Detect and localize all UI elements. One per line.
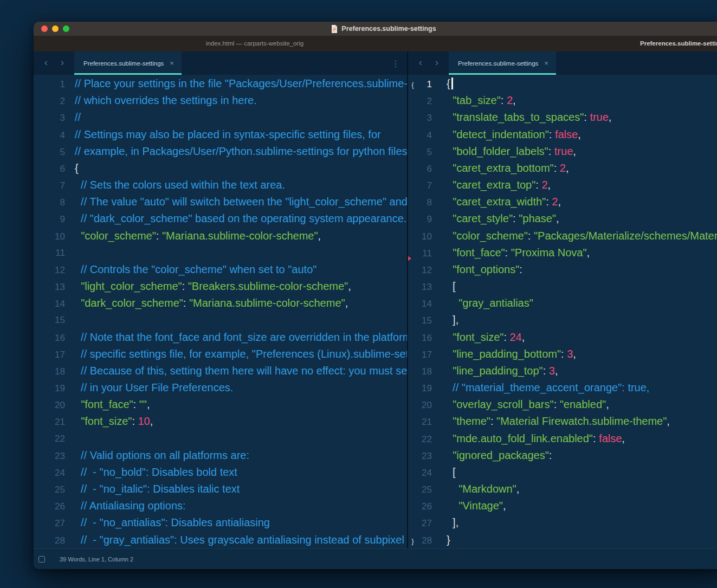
line-number[interactable]: 4 (417, 127, 432, 144)
line-number[interactable]: 2 (34, 93, 65, 109)
line-number[interactable]: 26 (417, 498, 432, 515)
code-line[interactable]: 24 [ (408, 464, 717, 481)
code-text[interactable]: "line_padding_bottom": 3, (432, 346, 576, 363)
line-number[interactable]: 7 (34, 177, 65, 194)
code-line[interactable]: 22 (34, 430, 407, 447)
code-line[interactable]: 1// Place your settings in the file "Pac… (34, 75, 407, 92)
code-line[interactable]: 8 // The value "auto" will switch betwee… (34, 193, 407, 210)
code-text[interactable]: ], (432, 514, 458, 531)
code-line[interactable]: 12 "font_options": (408, 261, 717, 278)
code-line[interactable]: 20 "overlay_scroll_bars": "enabled", (408, 396, 717, 413)
code-text[interactable]: // "material_theme_accent_orange": true, (432, 379, 649, 396)
panel-toggle-icon[interactable] (38, 556, 45, 563)
code-line[interactable]: 3// (34, 109, 407, 126)
code-text[interactable]: { (65, 160, 79, 177)
line-number[interactable]: 6 (417, 160, 432, 177)
code-line[interactable]: 20 "font_face": "", (34, 396, 407, 413)
line-number[interactable]: 5 (34, 144, 65, 160)
line-number[interactable]: 11 (34, 244, 65, 261)
line-number[interactable]: 11 (417, 245, 432, 262)
code-text[interactable]: "font_face": "Proxima Nova", (432, 244, 590, 261)
code-text[interactable]: // Valid options on all platforms are: (65, 447, 249, 464)
code-line[interactable]: 24 // - "no_bold": Disables bold text (34, 464, 407, 481)
zoom-window-button[interactable] (63, 25, 69, 32)
editor-default-settings[interactable]: 1// Place your settings in the file "Pac… (34, 75, 407, 548)
line-number[interactable]: 19 (417, 380, 432, 397)
code-line[interactable]: 7 "caret_extra_top": 2, (408, 177, 717, 193)
code-text[interactable]: ], (432, 312, 458, 328)
code-line[interactable]: 3 "translate_tabs_to_spaces": true, (408, 109, 717, 126)
line-number[interactable]: 3 (417, 109, 432, 126)
code-text[interactable]: // example, in Packages/User/Python.subl… (65, 143, 407, 160)
line-number[interactable]: 28 (34, 532, 65, 548)
code-line[interactable]: 19 // in your User File Preferences. (34, 379, 407, 396)
code-text[interactable]: "caret_extra_top": 2, (432, 177, 551, 193)
line-number[interactable]: 3 (34, 109, 65, 126)
code-line[interactable]: 23 "ignored_packages": (408, 447, 717, 464)
code-text[interactable]: // Note that the font_face and font_size… (65, 329, 407, 346)
editor-user-settings[interactable]: {1{2 "tab_size": 2,3 "translate_tabs_to_… (408, 75, 717, 548)
code-line[interactable]: 18 // Because of this, setting them here… (34, 363, 407, 379)
line-number[interactable]: 14 (417, 295, 432, 312)
code-text[interactable]: "dark_color_scheme": "Mariana.sublime-co… (65, 295, 348, 312)
code-line[interactable]: 11 (34, 244, 407, 261)
code-text[interactable]: // which overrides the settings in here. (65, 92, 257, 109)
line-number[interactable]: 27 (34, 515, 65, 532)
line-number[interactable]: 4 (34, 127, 65, 144)
code-text[interactable]: // Antialiasing options: (65, 497, 186, 514)
code-line[interactable]: 21 "font_size": 10, (34, 413, 407, 430)
code-line[interactable]: 16 "font_size": 24, (408, 329, 717, 346)
code-text[interactable]: [ (432, 278, 456, 295)
code-line[interactable]: 7 // Sets the colors used within the tex… (34, 177, 407, 193)
code-text[interactable]: { (432, 75, 453, 92)
background-window-title-right[interactable]: Preferences.sublime-settings (640, 36, 717, 51)
code-text[interactable]: "theme": "Material Firewatch.sublime-the… (432, 413, 670, 430)
code-text[interactable]: } (432, 532, 450, 548)
code-text[interactable]: "line_padding_top": 3, (432, 363, 558, 379)
code-text[interactable]: "color_scheme": "Mariana.sublime-color-s… (65, 228, 321, 244)
code-text[interactable]: // (65, 109, 81, 126)
line-number[interactable]: 27 (417, 515, 432, 532)
line-number[interactable]: 21 (417, 413, 432, 430)
line-number[interactable]: 25 (417, 481, 432, 498)
code-line[interactable]: 6{ (34, 160, 407, 177)
titlebar[interactable]: Preferences.sublime-settings (34, 22, 717, 36)
line-number[interactable]: 17 (34, 346, 65, 363)
code-text[interactable]: // The value "auto" will switch between … (65, 193, 407, 210)
code-text[interactable]: "gray_antialias" (432, 295, 533, 312)
line-number[interactable]: 16 (34, 329, 65, 346)
code-line[interactable]: 19 // "material_theme_accent_orange": tr… (408, 379, 717, 396)
code-text[interactable]: "font_face": "", (65, 396, 150, 413)
line-number[interactable]: 10 (417, 228, 432, 245)
nav-back-icon[interactable]: ‹ (412, 51, 429, 75)
code-line[interactable]: 4 "detect_indentation": false, (408, 126, 717, 143)
line-number[interactable]: 12 (34, 262, 65, 279)
code-line[interactable]: 17 "line_padding_bottom": 3, (408, 346, 717, 363)
line-number[interactable]: 24 (417, 464, 432, 481)
nav-back-icon[interactable]: ‹ (38, 51, 54, 75)
code-line[interactable]: 14 "dark_color_scheme": "Mariana.sublime… (34, 295, 407, 312)
code-text[interactable]: "caret_style": "phase", (432, 210, 559, 227)
code-text[interactable]: // Because of this, setting them here wi… (65, 363, 407, 379)
line-number[interactable]: 20 (417, 397, 432, 413)
code-text[interactable]: "mde.auto_fold_link.enabled": false, (432, 430, 625, 447)
code-text[interactable]: // Settings may also be placed in syntax… (65, 126, 381, 143)
line-number[interactable]: 22 (34, 430, 65, 447)
line-number[interactable]: 6 (34, 160, 65, 177)
code-line[interactable]: 5 "bold_folder_labels": true, (408, 143, 717, 160)
code-line[interactable]: 14 "gray_antialias" (408, 295, 717, 312)
line-number[interactable]: 23 (417, 448, 432, 464)
close-window-button[interactable] (41, 25, 48, 32)
line-number[interactable]: 8 (34, 194, 65, 211)
line-number[interactable]: 21 (34, 413, 65, 430)
line-number[interactable]: 9 (417, 211, 432, 228)
code-line[interactable]: }28} (408, 532, 717, 548)
code-text[interactable]: // "dark_color_scheme" based on the oper… (65, 210, 406, 227)
code-text[interactable]: // Place your settings in the file "Pack… (65, 75, 407, 92)
line-number[interactable]: 22 (417, 431, 432, 448)
code-line[interactable]: 16 // Note that the font_face and font_s… (34, 329, 407, 346)
code-line[interactable]: 21 "theme": "Material Firewatch.sublime-… (408, 413, 717, 430)
line-number[interactable]: 28 (417, 532, 432, 548)
code-text[interactable]: "overlay_scroll_bars": "enabled", (432, 396, 609, 413)
code-line[interactable]: 22 "mde.auto_fold_link.enabled": false, (408, 430, 717, 447)
